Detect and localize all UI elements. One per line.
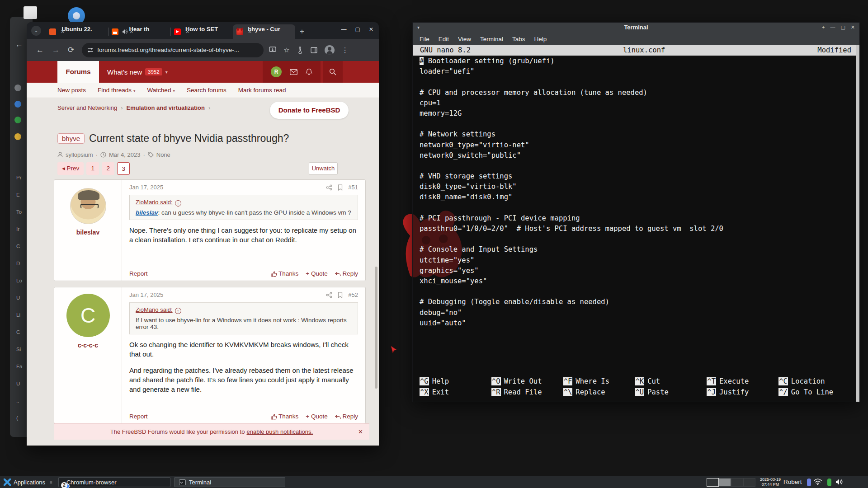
menu-help[interactable]: Help [534,36,547,42]
post-date[interactable]: Jan 17, 2025 [129,184,163,191]
tab-soundcloud[interactable]: Hear th ✕ [108,24,170,39]
enable-notifications-link[interactable]: enable push notifications. [246,428,313,435]
reply-link[interactable]: Reply [335,413,358,420]
user-name[interactable]: Robert [783,479,802,485]
workspace-3[interactable] [731,478,743,487]
back-arrow-icon[interactable]: ← [15,40,23,49]
menu-kebab-icon[interactable]: ⋮ [342,46,349,54]
page-2-button[interactable]: 2 [102,162,114,175]
bookmark-icon[interactable] [338,184,343,191]
close-notification-icon[interactable]: ✕ [358,428,363,435]
page-scrollbar[interactable] [375,267,377,389]
crumb-server-networking[interactable]: Server and Networking [57,104,117,111]
menu-tabs[interactable]: Tabs [512,36,525,42]
indicator-blue-icon[interactable] [807,479,811,486]
app-circle-icon[interactable] [14,84,21,91]
profile-avatar-icon[interactable] [325,45,335,55]
quote-link[interactable]: + Quote [306,270,327,277]
username-link[interactable]: bileslav [54,229,122,236]
install-icon[interactable] [269,47,276,53]
volume-icon[interactable] [835,479,843,485]
quote-attribution-link[interactable]: ZioMario said: [136,306,173,313]
menu-terminal[interactable]: Terminal [480,36,503,42]
app-circle-icon[interactable] [14,101,21,108]
task-chromium[interactable]: 2 Chromium-browser [58,477,170,487]
user-avatar[interactable]: R [271,66,282,77]
username-link[interactable]: c-c-c-c [54,342,122,349]
maximize-button[interactable]: ▢ [840,24,845,30]
experiments-flask-icon[interactable] [297,47,303,54]
terminal-titlebar[interactable]: ▾ Terminal + — ▢ ✕ [413,23,859,33]
donate-button[interactable]: Donate to FreeBSD [270,102,349,119]
post-number[interactable]: #52 [348,291,358,298]
search-button[interactable] [323,61,343,83]
tab-search-icon[interactable]: ⌄ [31,26,41,36]
subnav-find-threads[interactable]: Find threads▾ [98,87,136,94]
reply-link[interactable]: Reply [335,270,358,277]
maximize-button[interactable]: ▢ [355,26,360,33]
menu-view[interactable]: View [458,36,471,42]
share-icon[interactable] [326,184,332,191]
indicator-green-icon[interactable] [827,479,831,486]
avatar-bileslav[interactable] [70,188,106,224]
workspace-1[interactable] [707,478,719,487]
whats-new-tab[interactable]: What's new 3952 ▾ [107,61,168,83]
tab-bhyve-active[interactable]: bhyve - Cur ✕ [233,24,295,39]
side-panel-icon[interactable] [311,47,317,53]
task-terminal[interactable]: Terminal [174,477,285,487]
crumb-emulation[interactable]: Emulation and virtualization [127,104,205,111]
quoted-user-link[interactable]: bileslav [136,209,158,216]
page-3-current[interactable]: 3 [117,162,130,175]
close-button[interactable]: ✕ [851,24,855,30]
close-button[interactable]: ✕ [369,26,373,33]
page-1-button[interactable]: 1 [86,162,99,175]
workspace-2[interactable] [719,478,731,487]
terminal-scrollbar[interactable] [856,45,859,402]
quote-attribution-link[interactable]: ZioMario said: [136,199,173,206]
unwatch-button[interactable]: Unwatch [309,162,338,175]
back-button[interactable]: ← [36,46,44,55]
address-bar[interactable]: forums.freebsd.org/threads/current-state… [82,43,264,57]
quote-link[interactable]: + Quote [306,413,327,420]
workspace-4[interactable] [743,478,755,487]
avatar-c-c-c-c[interactable]: C [66,294,110,337]
minimize-button[interactable]: — [341,26,347,33]
app-circle-icon[interactable] [14,133,21,140]
menu-edit[interactable]: Edit [439,36,449,42]
thread-tag[interactable]: bhyve [57,133,85,144]
subnav-new-posts[interactable]: New posts [57,87,86,94]
subnav-search-forums[interactable]: Search forums [187,87,226,94]
reload-button[interactable]: ⟳ [68,45,74,55]
terminal-body[interactable]: GNU nano 8.2 linux.conf Modified # Bootl… [413,45,859,402]
site-settings-icon[interactable] [87,47,94,53]
applications-menu[interactable]: Applications ≡ [4,479,54,486]
thread-author[interactable]: syllopsium [66,151,93,158]
stick-button[interactable]: + [822,24,825,30]
forums-tab[interactable]: Forums [57,61,99,83]
subnav-mark-read[interactable]: Mark forums read [238,87,286,94]
minimize-button[interactable]: — [830,24,835,30]
report-link[interactable]: Report [129,270,148,277]
subnav-watched[interactable]: Watched▾ [147,87,175,94]
bookmark-star-icon[interactable]: ☆ [283,46,289,54]
clock[interactable]: 2025-03-19 07:44 PM [760,477,781,487]
tab-ubuntu[interactable]: Ubuntu 22. ✕ [46,24,108,39]
expand-quote-icon[interactable]: ↑ [175,308,181,314]
expand-quote-icon[interactable]: ↑ [175,200,181,206]
app-circle-icon[interactable] [14,117,21,123]
new-tab-button[interactable]: + [300,27,304,36]
prev-page-button[interactable]: ◂ Prev [57,162,84,175]
post-number[interactable]: #51 [348,184,358,191]
post-date[interactable]: Jan 17, 2025 [129,291,163,298]
wifi-icon[interactable] [814,479,822,485]
bookmark-icon[interactable] [338,292,343,298]
alerts-bell-icon[interactable] [306,68,312,75]
inbox-mail-icon[interactable] [290,69,297,75]
forward-button[interactable]: → [52,46,60,55]
report-link[interactable]: Report [129,413,148,420]
menu-file[interactable]: File [420,36,429,42]
tab-youtube[interactable]: How to SET ✕ [170,24,233,39]
share-icon[interactable] [326,292,332,298]
thanks-link[interactable]: Thanks [271,413,299,420]
thanks-link[interactable]: Thanks [271,270,299,277]
